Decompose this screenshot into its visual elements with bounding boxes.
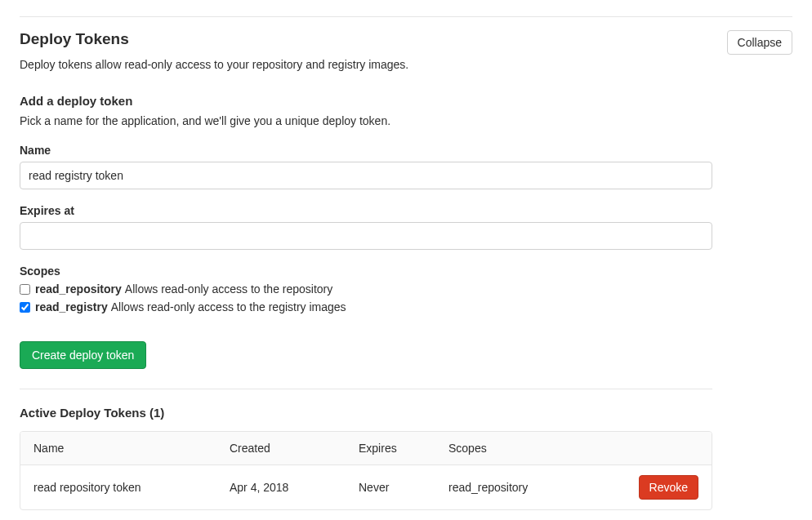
table-header-row: Name Created Expires Scopes xyxy=(20,432,712,464)
section-header: Deploy Tokens Collapse xyxy=(20,30,792,55)
col-header-expires: Expires xyxy=(359,442,448,455)
cell-created: Apr 4, 2018 xyxy=(230,481,359,494)
col-header-created: Created xyxy=(230,442,359,455)
mid-divider xyxy=(20,389,712,389)
cell-action: Revoke xyxy=(639,475,698,500)
name-label: Name xyxy=(20,144,792,157)
table-header: Name Created Expires Scopes xyxy=(20,432,712,465)
page-title: Deploy Tokens xyxy=(20,30,129,48)
scope-checkbox-read-repository[interactable] xyxy=(20,284,30,295)
expires-field-group: Expires at xyxy=(20,204,792,250)
revoke-button[interactable]: Revoke xyxy=(639,475,698,500)
active-tokens-title: Active Deploy Tokens (1) xyxy=(20,406,792,420)
collapse-button[interactable]: Collapse xyxy=(727,30,792,55)
cell-name: read repository token xyxy=(33,481,230,494)
page-description: Deploy tokens allow read-only access to … xyxy=(20,58,792,71)
scope-description: Allows read-only access to the repositor… xyxy=(125,282,332,296)
scope-checkbox-read-registry[interactable] xyxy=(20,302,30,313)
cell-expires: Never xyxy=(359,481,448,494)
name-field-group: Name xyxy=(20,144,792,189)
active-tokens-table: Name Created Expires Scopes read reposit… xyxy=(20,431,712,510)
col-header-name: Name xyxy=(33,442,230,455)
scopes-group: Scopes read_repository Allows read-only … xyxy=(20,264,792,313)
scope-name: read_repository xyxy=(35,282,122,296)
table-row: read repository token Apr 4, 2018 Never … xyxy=(20,465,712,509)
active-tokens-section: Active Deploy Tokens (1) Name Created Ex… xyxy=(20,406,792,510)
cell-scopes: read_repository xyxy=(448,481,639,494)
add-deploy-token-section: Add a deploy token Pick a name for the a… xyxy=(20,94,792,389)
name-input[interactable] xyxy=(20,162,712,189)
add-subtitle: Pick a name for the application, and we'… xyxy=(20,114,792,127)
scope-description: Allows read-only access to the registry … xyxy=(111,300,346,313)
add-title: Add a deploy token xyxy=(20,94,792,108)
scopes-label: Scopes xyxy=(20,264,792,278)
create-deploy-token-button[interactable]: Create deploy token xyxy=(20,341,146,369)
scope-row-read-repository: read_repository Allows read-only access … xyxy=(20,282,792,296)
expires-input[interactable] xyxy=(20,222,712,250)
col-header-scopes: Scopes xyxy=(448,442,698,455)
expires-label: Expires at xyxy=(20,204,792,217)
top-divider xyxy=(20,16,792,17)
scope-row-read-registry: read_registry Allows read-only access to… xyxy=(20,300,792,313)
scope-name: read_registry xyxy=(35,300,108,313)
